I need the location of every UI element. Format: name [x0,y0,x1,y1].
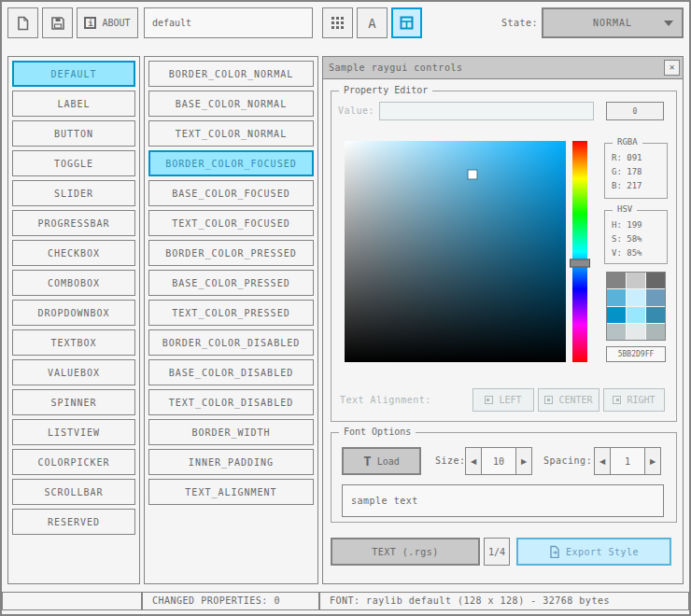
control-list-item[interactable]: CHECKBOX [12,240,135,266]
property-list-item[interactable]: TEXT_COLOR_NORMAL [148,120,314,147]
palette-color-swatch[interactable] [607,289,626,305]
palette-color-swatch[interactable] [607,324,626,340]
property-list-item[interactable]: TEXT_COLOR_FOCUSED [148,210,314,236]
font-size-spinner: ◀ 10 ▶ [465,447,532,475]
font-t-icon: T [363,454,371,469]
chevron-down-icon [664,21,673,26]
export-format-button[interactable]: TEXT (.rgs) [331,538,480,566]
property-list-item[interactable]: BASE_COLOR_PRESSED [148,270,314,296]
about-button[interactable]: i ABOUT [77,7,138,38]
font-view-button[interactable]: A [357,7,388,38]
property-list-item[interactable]: TEXT_COLOR_DISABLED [148,389,314,415]
palette-color-swatch[interactable] [646,324,665,340]
text-alignment-label: Text Alignment: [340,388,431,412]
state-dropdown[interactable]: NORMAL [542,7,684,38]
sample-text-input[interactable]: sample text [342,484,664,517]
control-list-item[interactable]: SCROLLBAR [12,479,135,505]
statusbar-font-info: FONT: raylib default (128 x 128) - 32768… [319,592,689,610]
property-list-item[interactable]: TEXT_ALIGNMENT [148,479,314,505]
palette-color-swatch[interactable] [627,289,645,305]
export-format-label: TEXT (.rgs) [372,547,439,557]
palette-color-swatch[interactable] [646,289,665,305]
palette-color-swatch[interactable] [607,307,626,323]
hsv-v-value: V: 85% [612,246,667,260]
control-list-item[interactable]: PROGRESSBAR [12,210,135,236]
property-list-item[interactable]: BASE_COLOR_DISABLED [148,359,314,385]
export-file-icon [549,545,560,558]
control-list-item[interactable]: TEXTBOX [12,329,135,356]
state-dropdown-value: NORMAL [593,18,632,28]
controls-view-button[interactable] [391,7,422,38]
style-name-input[interactable] [144,7,313,38]
hue-slider-handle[interactable] [570,259,590,268]
align-left-button[interactable]: LEFT [472,388,534,412]
font-size-value[interactable]: 10 [482,447,515,475]
hex-color-value[interactable]: 5BB2D9FF [606,346,666,362]
info-icon: i [84,17,96,29]
value-label: Value: [338,102,374,120]
export-style-button[interactable]: Export Style [516,538,671,566]
control-list-item[interactable]: BUTTON [12,120,135,147]
control-list-item[interactable]: RESERVED [12,509,135,535]
size-decrement-button[interactable]: ◀ [465,447,482,475]
control-list-item[interactable]: LISTVIEW [12,419,135,445]
spacing-increment-button[interactable]: ▶ [644,447,661,475]
hsv-s-value: S: 58% [612,232,667,246]
palette-color-swatch[interactable] [627,307,645,323]
property-list-item[interactable]: BASE_COLOR_FOCUSED [148,180,314,206]
property-list-item[interactable]: BORDER_WIDTH [148,419,314,445]
value-input[interactable] [379,102,594,120]
control-list-item[interactable]: DROPDOWNBOX [12,300,135,326]
control-list-item[interactable]: DEFAULT [12,61,135,87]
align-left-label: LEFT [499,395,521,405]
save-icon [50,16,65,31]
font-spacing-value[interactable]: 1 [611,447,644,475]
rgba-group: RGBA R: 091 G: 178 B: 217 [604,143,668,199]
palette-color-swatch[interactable] [646,273,665,288]
control-list-item[interactable]: COLORPICKER [12,449,135,475]
align-right-button[interactable]: RIGHT [603,388,665,412]
control-list-item[interactable]: VALUEBOX [12,359,135,385]
align-center-button[interactable]: CENTER [538,388,599,412]
close-window-button[interactable]: ✕ [664,60,680,76]
property-list-item[interactable]: BORDER_COLOR_PRESSED [148,240,314,266]
state-label: State: [448,7,538,38]
property-list-item[interactable]: BORDER_COLOR_FOCUSED [148,150,314,176]
font-options-group-label: Font Options [339,427,416,437]
size-increment-button[interactable]: ▶ [515,447,532,475]
hue-bar[interactable] [572,141,587,362]
arrow-right-icon: ▶ [650,457,656,466]
statusbar-left [2,592,142,610]
color-picker-cursor[interactable] [469,170,477,178]
property-editor-group-label: Property Editor [339,85,432,95]
spacing-decrement-button[interactable]: ◀ [594,447,611,475]
new-style-button[interactable] [7,7,38,38]
palette-color-swatch[interactable] [627,324,645,340]
grid-icon [331,17,344,29]
hsv-group-label: HSV [613,204,637,214]
control-list-item[interactable]: LABEL [12,91,135,117]
controls-list: DEFAULT LABEL BUTTON TOGGLE SLIDER PROGR… [7,56,140,584]
font-load-button[interactable]: T Load [342,447,421,475]
property-list-item[interactable]: BASE_COLOR_NORMAL [148,91,314,117]
palette-color-swatch[interactable] [607,273,626,288]
align-right-icon [613,396,621,404]
style-table-view-button[interactable] [322,7,353,38]
property-list-item[interactable]: BORDER_COLOR_DISABLED [148,329,314,356]
property-list-item[interactable]: TEXT_COLOR_PRESSED [148,300,314,326]
page-indicator-button[interactable]: 1/4 [484,538,510,566]
palette-color-swatch[interactable] [646,307,665,323]
value-button[interactable]: 0 [606,102,664,120]
hsv-h-value: H: 199 [612,218,667,232]
control-list-item[interactable]: SLIDER [12,180,135,206]
property-list-item[interactable]: BORDER_COLOR_NORMAL [148,61,314,87]
control-list-item[interactable]: TOGGLE [12,150,135,176]
control-list-item[interactable]: SPINNER [12,389,135,415]
file-icon [16,16,30,31]
save-style-button[interactable] [42,7,73,38]
property-list-item[interactable]: INNER_PADDING [148,449,314,475]
palette-color-swatch[interactable] [627,273,645,288]
color-picker-area[interactable] [345,141,566,362]
about-button-label: ABOUT [102,18,130,28]
control-list-item[interactable]: COMBOBOX [12,270,135,296]
